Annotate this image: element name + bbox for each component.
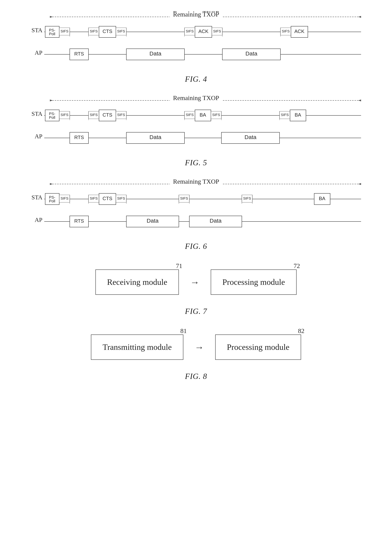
svg-text:CTS: CTS: [103, 28, 112, 34]
svg-text:CTS: CTS: [103, 112, 112, 118]
fig5-diagram: Remaining TXOP STA AP PS- Poll SIFS RTS …: [27, 95, 365, 154]
svg-text:Data: Data: [149, 51, 161, 57]
svg-text:Data: Data: [149, 134, 161, 140]
svg-text:SIFS: SIFS: [186, 113, 193, 117]
processing-module-label-fig7: Processing module: [222, 278, 285, 287]
svg-text:CTS: CTS: [103, 196, 112, 201]
svg-text:PS-: PS-: [49, 28, 55, 32]
figure-7: 71 Receiving module → 72 Processing modu…: [15, 262, 377, 316]
arrow-fig8: →: [195, 342, 204, 353]
svg-text:BA: BA: [294, 112, 301, 118]
figure-5: Remaining TXOP STA AP PS- Poll SIFS RTS …: [15, 95, 377, 167]
figure-6: Remaining TXOP STA AP PS- Poll SIFS RTS …: [15, 178, 377, 251]
fig8-diagram: 81 Transmitting module → 82 Processing m…: [27, 327, 365, 367]
svg-text:AP: AP: [35, 133, 42, 140]
fig6-diagram: Remaining TXOP STA AP PS- Poll SIFS RTS …: [27, 178, 365, 237]
svg-text:SIFS: SIFS: [243, 196, 251, 200]
svg-marker-2: [358, 16, 361, 18]
fig6-caption: FIG. 6: [185, 242, 207, 251]
svg-text:Data: Data: [244, 134, 257, 140]
receiving-module-label: Receiving module: [107, 278, 167, 287]
fig7-diagram: 71 Receiving module → 72 Processing modu…: [27, 262, 365, 302]
processing-module-label-fig8: Processing module: [227, 343, 289, 352]
svg-text:STA: STA: [32, 110, 42, 117]
svg-text:SIFS: SIFS: [90, 29, 98, 33]
svg-text:PS-: PS-: [49, 195, 55, 199]
svg-marker-1: [50, 16, 53, 18]
svg-text:PS-: PS-: [49, 112, 55, 116]
ref-71: 71: [176, 262, 182, 269]
svg-text:RTS: RTS: [74, 134, 84, 140]
svg-text:SIFS: SIFS: [117, 196, 125, 200]
receiving-module-box: 71 Receiving module: [95, 269, 179, 295]
figure-4: Remaining TXOP Remaining TXOP STA AP PS-…: [15, 11, 377, 83]
fig7-caption: FIG. 7: [185, 307, 207, 316]
figure-8: 81 Transmitting module → 82 Processing m…: [15, 327, 377, 381]
svg-text:SIFS: SIFS: [90, 196, 98, 200]
svg-marker-50: [50, 99, 53, 101]
transmitting-module-label: Transmitting module: [103, 343, 172, 352]
svg-text:BA: BA: [200, 112, 206, 118]
svg-text:ACK: ACK: [294, 28, 304, 34]
processing-module-box-fig7: 72 Processing module: [211, 269, 297, 295]
svg-text:STA: STA: [32, 194, 42, 201]
svg-text:SIFS: SIFS: [60, 29, 68, 33]
svg-text:Data: Data: [147, 218, 159, 224]
svg-marker-98: [50, 183, 53, 185]
ref-82: 82: [298, 327, 304, 334]
arrow-fig7: →: [190, 277, 200, 288]
svg-text:STA: STA: [32, 27, 42, 33]
svg-text:SIFS: SIFS: [117, 113, 125, 117]
svg-text:Poll: Poll: [49, 32, 55, 36]
svg-text:SIFS: SIFS: [117, 29, 125, 33]
ref-72: 72: [294, 262, 300, 269]
fig8-caption: FIG. 8: [185, 372, 207, 381]
svg-marker-51: [358, 99, 361, 101]
svg-text:ACK: ACK: [198, 28, 209, 34]
transmitting-module-box: 81 Transmitting module: [91, 334, 183, 360]
svg-text:BA: BA: [319, 196, 325, 201]
svg-text:Remaining TXOP: Remaining TXOP: [173, 11, 219, 18]
svg-text:SIFS: SIFS: [212, 113, 220, 117]
svg-text:RTS: RTS: [74, 218, 84, 224]
svg-text:Poll: Poll: [49, 199, 55, 203]
svg-text:Poll: Poll: [49, 116, 55, 120]
svg-text:SIFS: SIFS: [180, 196, 188, 200]
ref-81: 81: [180, 327, 187, 334]
fig4-diagram: Remaining TXOP Remaining TXOP STA AP PS-…: [27, 11, 365, 70]
svg-text:SIFS: SIFS: [90, 113, 98, 117]
svg-text:Data: Data: [245, 51, 257, 57]
svg-text:AP: AP: [35, 216, 42, 223]
svg-text:Remaining TXOP: Remaining TXOP: [173, 95, 219, 101]
svg-text:SIFS: SIFS: [281, 113, 289, 117]
svg-text:Data: Data: [210, 218, 222, 224]
processing-module-box-fig8: 82 Processing module: [215, 334, 301, 360]
svg-text:RTS: RTS: [74, 51, 84, 57]
svg-text:SIFS: SIFS: [60, 196, 68, 200]
svg-text:Remaining TXOP: Remaining TXOP: [173, 178, 219, 185]
svg-text:SIFS: SIFS: [213, 29, 221, 33]
svg-text:SIFS: SIFS: [186, 29, 193, 33]
fig5-caption: FIG. 5: [185, 158, 207, 167]
fig4-caption: FIG. 4: [185, 74, 207, 83]
svg-text:AP: AP: [35, 49, 42, 56]
svg-text:SIFS: SIFS: [282, 29, 289, 33]
svg-marker-99: [358, 183, 361, 185]
svg-text:SIFS: SIFS: [60, 113, 68, 117]
